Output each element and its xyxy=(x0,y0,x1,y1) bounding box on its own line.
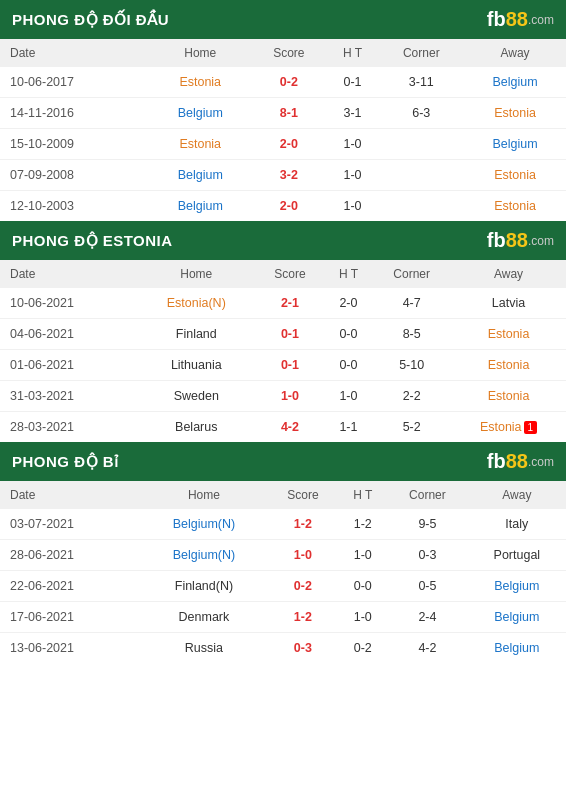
away-team-cell: Portugal xyxy=(468,540,566,571)
table-row: 17-06-2021Denmark1-21-02-4Belgium xyxy=(0,602,566,633)
score-cell: 0-2 xyxy=(251,67,326,98)
table-row: 04-06-2021Finland0-10-08-5Estonia xyxy=(0,319,566,350)
date-cell: 10-06-2017 xyxy=(0,67,149,98)
score-cell: 4-2 xyxy=(255,412,324,443)
home-team-cell: Belgium(N) xyxy=(140,509,267,540)
away-team-cell: Estonia1 xyxy=(451,412,566,443)
table-row: 28-03-2021Belarus4-21-15-2Estonia1 xyxy=(0,412,566,443)
table-row: 10-06-2017Estonia0-20-13-11Belgium xyxy=(0,67,566,98)
col-header: Home xyxy=(140,481,267,509)
col-header: Score xyxy=(267,481,338,509)
corner-cell: 0-3 xyxy=(387,540,467,571)
col-header: H T xyxy=(325,260,373,288)
section-title: PHONG ĐỘ ESTONIA xyxy=(12,232,173,250)
section-head-to-head: PHONG ĐỘ ĐỐI ĐẦUfb88.comDateHomeScoreH T… xyxy=(0,0,566,221)
table-row: 15-10-2009Estonia2-01-0Belgium xyxy=(0,129,566,160)
away-team-cell: Belgium xyxy=(464,129,566,160)
score-cell: 8-1 xyxy=(251,98,326,129)
table-row: 28-06-2021Belgium(N)1-01-00-3Portugal xyxy=(0,540,566,571)
ht-cell: 1-1 xyxy=(325,412,373,443)
col-header: Away xyxy=(464,39,566,67)
away-team-cell: Estonia xyxy=(451,319,566,350)
section-header-estonia-form: PHONG ĐỘ ESTONIAfb88.com xyxy=(0,221,566,260)
corner-cell: 9-5 xyxy=(387,509,467,540)
col-header: Corner xyxy=(387,481,467,509)
score-cell: 1-2 xyxy=(267,602,338,633)
table-row: 10-06-2021Estonia(N)2-12-04-7Latvia xyxy=(0,288,566,319)
corner-cell: 5-2 xyxy=(372,412,451,443)
date-cell: 10-06-2021 xyxy=(0,288,137,319)
score-cell: 1-0 xyxy=(255,381,324,412)
col-header: Date xyxy=(0,39,149,67)
score-cell: 1-0 xyxy=(267,540,338,571)
section-title: PHONG ĐỘ Bỉ xyxy=(12,453,119,471)
home-team-cell: Belgium(N) xyxy=(140,540,267,571)
ht-cell: 1-0 xyxy=(338,602,387,633)
home-team-cell: Denmark xyxy=(140,602,267,633)
table-row: 13-06-2021Russia0-30-24-2Belgium xyxy=(0,633,566,664)
data-table-belgium-form: DateHomeScoreH TCornerAway03-07-2021Belg… xyxy=(0,481,566,663)
logo: fb88.com xyxy=(487,8,554,31)
ht-cell: 1-0 xyxy=(327,160,379,191)
home-team-cell: Finland xyxy=(137,319,255,350)
corner-cell: 8-5 xyxy=(372,319,451,350)
data-table-head-to-head: DateHomeScoreH TCornerAway10-06-2017Esto… xyxy=(0,39,566,221)
date-cell: 14-11-2016 xyxy=(0,98,149,129)
section-belgium-form: PHONG ĐỘ Bỉfb88.comDateHomeScoreH TCorne… xyxy=(0,442,566,663)
corner-cell: 5-10 xyxy=(372,350,451,381)
col-header: Date xyxy=(0,481,140,509)
date-cell: 15-10-2009 xyxy=(0,129,149,160)
corner-cell: 4-2 xyxy=(387,633,467,664)
corner-cell xyxy=(379,129,465,160)
ht-cell: 3-1 xyxy=(327,98,379,129)
home-team-cell: Estonia xyxy=(149,67,251,98)
corner-cell: 6-3 xyxy=(379,98,465,129)
section-estonia-form: PHONG ĐỘ ESTONIAfb88.comDateHomeScoreH T… xyxy=(0,221,566,442)
section-header-belgium-form: PHONG ĐỘ Bỉfb88.com xyxy=(0,442,566,481)
date-cell: 04-06-2021 xyxy=(0,319,137,350)
col-header: H T xyxy=(338,481,387,509)
corner-cell xyxy=(379,160,465,191)
home-team-cell: Estonia(N) xyxy=(137,288,255,319)
score-cell: 0-1 xyxy=(255,319,324,350)
corner-cell xyxy=(379,191,465,222)
section-header-head-to-head: PHONG ĐỘ ĐỐI ĐẦUfb88.com xyxy=(0,0,566,39)
ht-cell: 1-0 xyxy=(325,381,373,412)
col-header: Corner xyxy=(379,39,465,67)
corner-cell: 3-11 xyxy=(379,67,465,98)
away-team-cell: Estonia xyxy=(464,98,566,129)
away-team-cell: Estonia xyxy=(451,381,566,412)
away-team-cell: Latvia xyxy=(451,288,566,319)
table-row: 31-03-2021Sweden1-01-02-2Estonia xyxy=(0,381,566,412)
score-cell: 0-3 xyxy=(267,633,338,664)
date-cell: 22-06-2021 xyxy=(0,571,140,602)
col-header: Date xyxy=(0,260,137,288)
score-cell: 2-0 xyxy=(251,129,326,160)
ht-cell: 0-1 xyxy=(327,67,379,98)
score-cell: 0-1 xyxy=(255,350,324,381)
table-row: 03-07-2021Belgium(N)1-21-29-5Italy xyxy=(0,509,566,540)
corner-cell: 2-4 xyxy=(387,602,467,633)
col-header: Away xyxy=(451,260,566,288)
logo: fb88.com xyxy=(487,229,554,252)
away-team-cell: Italy xyxy=(468,509,566,540)
date-cell: 03-07-2021 xyxy=(0,509,140,540)
logo: fb88.com xyxy=(487,450,554,473)
away-team-cell: Belgium xyxy=(464,67,566,98)
ht-cell: 0-2 xyxy=(338,633,387,664)
away-team-cell: Estonia xyxy=(451,350,566,381)
home-team-cell: Belgium xyxy=(149,191,251,222)
corner-cell: 4-7 xyxy=(372,288,451,319)
score-cell: 3-2 xyxy=(251,160,326,191)
corner-cell: 2-2 xyxy=(372,381,451,412)
date-cell: 17-06-2021 xyxy=(0,602,140,633)
date-cell: 12-10-2003 xyxy=(0,191,149,222)
away-team-cell: Estonia xyxy=(464,191,566,222)
home-team-cell: Russia xyxy=(140,633,267,664)
table-row: 01-06-2021Lithuania0-10-05-10Estonia xyxy=(0,350,566,381)
away-team-cell: Belgium xyxy=(468,602,566,633)
table-row: 22-06-2021Finland(N)0-20-00-5Belgium xyxy=(0,571,566,602)
date-cell: 28-06-2021 xyxy=(0,540,140,571)
ht-cell: 0-0 xyxy=(325,350,373,381)
away-team-cell: Estonia xyxy=(464,160,566,191)
